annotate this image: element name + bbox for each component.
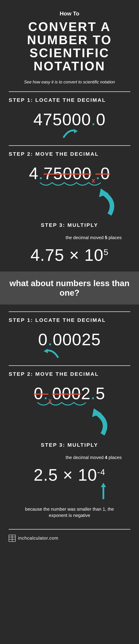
- x-mark-icon: x: [92, 177, 95, 184]
- site-name: inchcalculator.com: [18, 536, 58, 541]
- divider: [9, 145, 130, 146]
- digits: 00025: [53, 330, 101, 349]
- step-2a-label: STEP 2: MOVE THE DECIMAL: [9, 151, 130, 157]
- decimal-point: .: [48, 330, 53, 349]
- subtitle: See how easy it is to convert to scienti…: [9, 80, 130, 84]
- old-decimal: .: [95, 164, 100, 182]
- big-arrow-icon: [9, 188, 116, 217]
- svg-marker-0: [74, 129, 78, 133]
- step-1b-value: 0.00025: [9, 330, 130, 349]
- divider: [9, 312, 130, 312]
- exponent: 5: [103, 248, 109, 257]
- footnote: because the number was smaller than 1, t…: [16, 506, 123, 519]
- digits: 475000: [33, 110, 91, 129]
- big-arrow-icon: [9, 408, 109, 437]
- step-2b-label: STEP 2: MOVE THE DECIMAL: [9, 371, 130, 377]
- curve-arrow-icon: [0, 347, 130, 360]
- note-text: places: [107, 235, 122, 240]
- note-text: places: [107, 455, 122, 460]
- coefficient: 4.75: [30, 246, 64, 264]
- step-2a-value: 4.75000x.0: [9, 164, 130, 184]
- digit: 5: [96, 384, 105, 403]
- struck-digits: 000: [52, 384, 81, 403]
- decimal-point: .: [91, 110, 96, 129]
- struck-digits: 75000: [44, 164, 92, 182]
- exponent: -4: [97, 468, 105, 477]
- footer: inchcalculator.com: [9, 535, 130, 542]
- up-arrow-icon: [9, 483, 108, 501]
- digit: 4: [29, 164, 38, 182]
- times-ten: × 10: [58, 466, 97, 484]
- note-text: the decimal moved: [66, 235, 105, 240]
- step-3b-note: the decimal moved 4 places: [9, 455, 122, 460]
- grid-icon: [9, 535, 16, 542]
- divider: [9, 92, 130, 92]
- note-count: 5: [105, 235, 107, 240]
- step-3a-label: STEP 3: MULTIPLY: [9, 222, 130, 228]
- divider: [9, 529, 130, 530]
- svg-marker-2: [44, 349, 48, 353]
- digit: 2: [81, 384, 90, 403]
- kicker: How To: [9, 10, 130, 17]
- curve-arrow-icon: [9, 127, 130, 140]
- interstitial-banner: what about numbers less than one?: [0, 272, 139, 304]
- step-1a-label: STEP 1: LOCATE THE DECIMAL: [9, 97, 130, 103]
- new-decimal: .: [39, 164, 44, 182]
- new-decimal: .: [91, 384, 96, 403]
- digit: 0: [38, 330, 48, 349]
- main-title: CONVERT A NUMBER TO SCIENTIFIC NOTATION: [9, 20, 130, 73]
- old-decimal: .: [43, 384, 49, 403]
- step-3a-result: 4.75 × 105: [9, 246, 130, 264]
- coefficient: 2.5: [34, 466, 58, 484]
- step-3b-result: 2.5 × 10-4: [9, 466, 130, 484]
- x-mark-icon: x: [48, 397, 52, 404]
- step-2b-value: 0.x0002.5: [9, 384, 130, 404]
- note-count: 4: [105, 455, 107, 460]
- struck-digit: 0: [100, 164, 110, 182]
- note-text: the decimal moved: [66, 455, 105, 460]
- digits: 0: [96, 110, 106, 129]
- step-3a-note: the decimal moved 5 places: [9, 235, 122, 240]
- times-ten: × 10: [64, 246, 103, 264]
- divider: [9, 365, 130, 366]
- struck-digit: 0: [34, 384, 43, 403]
- step-1b-label: STEP 1: LOCATE THE DECIMAL: [9, 317, 130, 323]
- step-3b-label: STEP 3: MULTIPLY: [9, 442, 130, 448]
- step-1a-value: 475000.0: [9, 110, 130, 129]
